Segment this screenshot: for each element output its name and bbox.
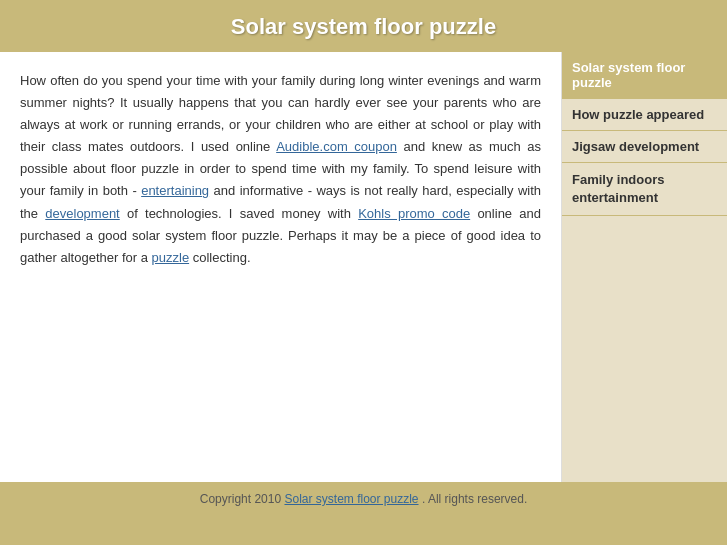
- main-paragraph: How often do you spend your time with yo…: [20, 70, 541, 269]
- paragraph-text-4: of technologies. I saved money with: [120, 206, 358, 221]
- sidebar-item-puzzle[interactable]: How puzzle appeared: [562, 99, 727, 131]
- main-layout: How often do you spend your time with yo…: [0, 52, 727, 482]
- paragraph-text-6: collecting.: [189, 250, 250, 265]
- puzzle-link[interactable]: puzzle: [152, 250, 190, 265]
- kohls-link[interactable]: Kohls promo code: [358, 206, 470, 221]
- footer: Copyright 2010 Solar system floor puzzle…: [0, 482, 727, 516]
- sidebar-item-family[interactable]: Family indoors entertainment: [562, 163, 727, 216]
- page-title: Solar system floor puzzle: [10, 14, 717, 40]
- main-content: How often do you spend your time with yo…: [0, 52, 562, 482]
- page-header: Solar system floor puzzle: [0, 0, 727, 52]
- sidebar-item-solar[interactable]: Solar system floor puzzle: [562, 52, 727, 99]
- sidebar: Solar system floor puzzle How puzzle app…: [562, 52, 727, 482]
- entertaining-link[interactable]: entertaining: [141, 183, 209, 198]
- sidebar-item-family-label: Family indoors entertainment: [572, 172, 664, 205]
- sidebar-item-puzzle-label: How puzzle appeared: [572, 107, 704, 122]
- sidebar-item-jigsaw-label: Jigsaw development: [572, 139, 699, 154]
- footer-copyright: Copyright 2010: [200, 492, 281, 506]
- development-link[interactable]: development: [45, 206, 119, 221]
- sidebar-item-solar-label: Solar system floor puzzle: [572, 60, 685, 90]
- footer-rights: . All rights reserved.: [422, 492, 527, 506]
- audible-link[interactable]: Audible.com coupon: [276, 139, 397, 154]
- footer-link[interactable]: Solar system floor puzzle: [284, 492, 418, 506]
- sidebar-item-jigsaw[interactable]: Jigsaw development: [562, 131, 727, 163]
